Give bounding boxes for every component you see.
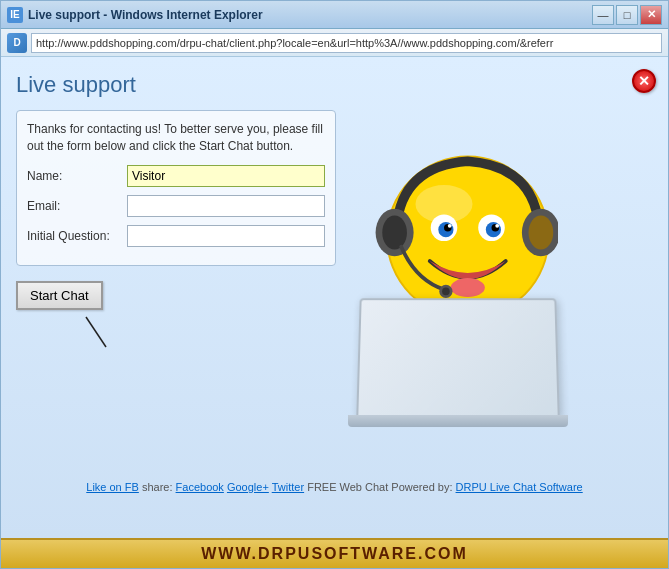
svg-point-18 — [442, 288, 450, 296]
svg-point-14 — [382, 215, 407, 249]
svg-point-12 — [451, 278, 485, 297]
start-chat-button[interactable]: Start Chat — [16, 281, 103, 310]
ie-window: IE Live support - Windows Internet Explo… — [0, 0, 669, 569]
mascot-area — [368, 137, 648, 487]
facebook-link[interactable]: Facebook — [176, 481, 224, 493]
form-box: Thanks for contacting us! To better serv… — [16, 110, 336, 266]
browser-icon: D — [7, 33, 27, 53]
laptop-graphic — [348, 297, 568, 427]
laptop-base — [348, 415, 568, 427]
maximize-button[interactable]: □ — [616, 5, 638, 25]
ie-icon: IE — [7, 7, 23, 23]
content-close-button[interactable]: ✕ — [632, 69, 656, 93]
main-content: Live support ✕ Thanks for contacting us!… — [1, 57, 668, 538]
title-bar: IE Live support - Windows Internet Explo… — [1, 1, 668, 29]
email-input[interactable] — [127, 195, 325, 217]
window-close-button[interactable]: ✕ — [640, 5, 662, 25]
brand-bar: WWW.DRPUSOFTWARE.COM — [1, 538, 668, 568]
question-label: Initial Question: — [27, 229, 127, 243]
question-row: Initial Question: — [27, 225, 325, 247]
svg-point-10 — [448, 224, 452, 228]
name-row: Name: — [27, 165, 325, 187]
address-input[interactable] — [31, 33, 662, 53]
svg-line-0 — [86, 317, 106, 347]
window-controls: — □ ✕ — [592, 5, 662, 25]
like-on-fb-link[interactable]: Like on FB — [86, 481, 139, 493]
svg-point-16 — [529, 215, 554, 249]
drpu-link[interactable]: DRPU Live Chat Software — [456, 481, 583, 493]
page-title: Live support — [16, 72, 653, 98]
svg-point-11 — [495, 224, 499, 228]
arrow-pointer — [76, 312, 126, 362]
email-row: Email: — [27, 195, 325, 217]
minimize-button[interactable]: — — [592, 5, 614, 25]
laptop-screen — [356, 298, 560, 418]
question-input[interactable] — [127, 225, 325, 247]
googleplus-link[interactable]: Google+ — [227, 481, 269, 493]
twitter-link[interactable]: Twitter — [272, 481, 304, 493]
powered-by-label: FREE Web Chat Powered by: — [307, 481, 452, 493]
form-description: Thanks for contacting us! To better serv… — [27, 121, 325, 155]
footer-links: Like on FB share: Facebook Google+ Twitt… — [1, 481, 668, 493]
svg-marker-1 — [101, 342, 111, 352]
address-bar: D — [1, 29, 668, 57]
window-title: Live support - Windows Internet Explorer — [28, 8, 592, 22]
share-label: share: — [142, 481, 173, 493]
name-input[interactable] — [127, 165, 325, 187]
email-label: Email: — [27, 199, 127, 213]
brand-text: WWW.DRPUSOFTWARE.COM — [201, 545, 468, 563]
name-label: Name: — [27, 169, 127, 183]
